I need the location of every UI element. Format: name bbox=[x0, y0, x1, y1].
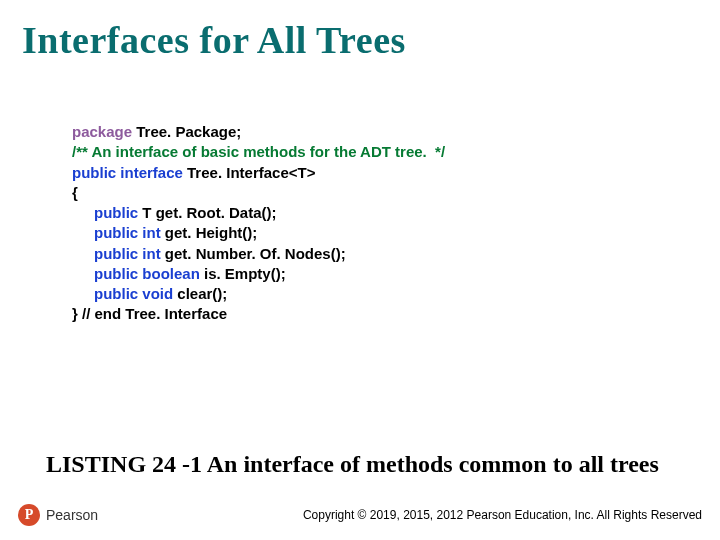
code-text: Tree. Package; bbox=[132, 123, 241, 140]
keyword-public-void: public void bbox=[94, 285, 173, 302]
copyright-text: Copyright © 2019, 2015, 2012 Pearson Edu… bbox=[303, 508, 702, 522]
keyword-public: public bbox=[94, 204, 138, 221]
keyword-public-int: public int bbox=[94, 245, 161, 262]
footer: P Pearson Copyright © 2019, 2015, 2012 P… bbox=[0, 504, 720, 526]
code-text: get. Number. Of. Nodes(); bbox=[161, 245, 346, 262]
javadoc-comment: /** An interface of basic methods for th… bbox=[72, 143, 445, 160]
keyword-public-boolean: public boolean bbox=[94, 265, 200, 282]
code-text: Tree. Interface<T> bbox=[183, 164, 316, 181]
slide: Interfaces for All Trees package Tree. P… bbox=[0, 0, 720, 540]
keyword-package: package bbox=[72, 123, 132, 140]
code-line: public interface Tree. Interface<T> bbox=[72, 163, 698, 183]
logo-text: Pearson bbox=[46, 507, 98, 523]
code-line: public T get. Root. Data(); bbox=[72, 203, 698, 223]
code-line: public boolean is. Empty(); bbox=[72, 264, 698, 284]
listing-caption: LISTING 24 -1 An interface of methods co… bbox=[46, 451, 659, 478]
code-line: package Tree. Package; bbox=[72, 122, 698, 142]
code-text: T get. Root. Data(); bbox=[138, 204, 276, 221]
code-line: { bbox=[72, 183, 698, 203]
code-text: get. Height(); bbox=[161, 224, 258, 241]
code-line: /** An interface of basic methods for th… bbox=[72, 142, 698, 162]
code-line: public int get. Number. Of. Nodes(); bbox=[72, 244, 698, 264]
code-line: public void clear(); bbox=[72, 284, 698, 304]
code-line: } // end Tree. Interface bbox=[72, 304, 698, 324]
keyword-public-int: public int bbox=[94, 224, 161, 241]
publisher-logo: P Pearson bbox=[18, 504, 98, 526]
code-text: clear(); bbox=[173, 285, 227, 302]
code-text: is. Empty(); bbox=[200, 265, 286, 282]
code-line: public int get. Height(); bbox=[72, 223, 698, 243]
logo-icon: P bbox=[18, 504, 40, 526]
keyword-public-interface: public interface bbox=[72, 164, 183, 181]
page-title: Interfaces for All Trees bbox=[22, 18, 698, 62]
code-block: package Tree. Package; /** An interface … bbox=[72, 122, 698, 325]
